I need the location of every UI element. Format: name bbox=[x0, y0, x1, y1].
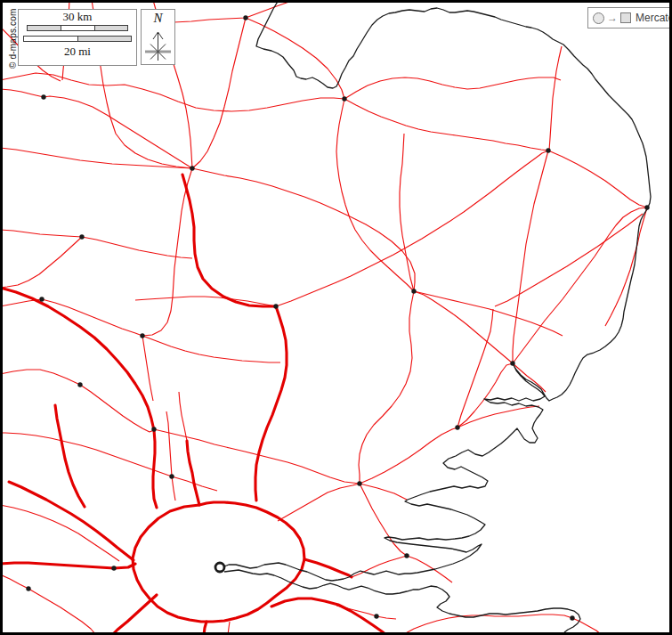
town-dot bbox=[151, 427, 156, 431]
road-path bbox=[336, 99, 414, 291]
road-path bbox=[360, 484, 407, 556]
road-path bbox=[246, 18, 344, 99]
town-dot bbox=[546, 148, 550, 152]
projection-box: → Mercator bbox=[587, 7, 672, 28]
town-dot bbox=[41, 94, 45, 99]
road-path bbox=[414, 291, 563, 336]
road-path bbox=[605, 208, 647, 326]
road-path bbox=[0, 73, 344, 111]
road-path bbox=[414, 291, 513, 363]
motorway-path bbox=[182, 175, 287, 501]
town-dot bbox=[342, 96, 346, 101]
road-path bbox=[0, 230, 192, 258]
scale-mi-seg2 bbox=[77, 37, 131, 41]
road-path bbox=[174, 0, 294, 22]
road-path bbox=[228, 622, 230, 635]
road-path bbox=[513, 208, 647, 363]
compass-icon bbox=[142, 25, 174, 62]
road-path bbox=[344, 99, 548, 151]
scale-km-seg1 bbox=[28, 26, 61, 30]
town-dot bbox=[510, 361, 514, 365]
road-path bbox=[359, 291, 414, 484]
projection-label: Mercator bbox=[634, 12, 672, 24]
town-dot bbox=[243, 15, 247, 20]
road-path bbox=[548, 151, 647, 208]
arrow-right-icon: → bbox=[607, 12, 618, 23]
coastline-path bbox=[224, 570, 580, 632]
road-path bbox=[0, 299, 280, 362]
scale-mi-label: 20 mi bbox=[19, 45, 136, 58]
road-path bbox=[192, 168, 415, 291]
copyright-text: © d-maps.com bbox=[8, 8, 18, 69]
scale-bar-box: 30 km 20 mi bbox=[18, 9, 137, 66]
road-path bbox=[0, 505, 119, 561]
capital-city-marker bbox=[215, 563, 224, 572]
town-dot bbox=[570, 615, 574, 620]
town-dot bbox=[190, 166, 194, 170]
map-canvas bbox=[0, 0, 672, 635]
road-path bbox=[0, 574, 96, 635]
scale-km-label: 30 km bbox=[19, 10, 136, 23]
road-path bbox=[0, 237, 82, 288]
projected-square-icon bbox=[620, 12, 631, 23]
north-label: N bbox=[142, 11, 174, 25]
road-path bbox=[513, 363, 546, 392]
road-path bbox=[278, 363, 513, 521]
road-path bbox=[166, 411, 172, 476]
road-path bbox=[400, 134, 414, 291]
motorway-path bbox=[271, 598, 386, 635]
globe-circle-icon bbox=[593, 12, 604, 24]
town-dot bbox=[79, 234, 84, 239]
coastline-path bbox=[224, 0, 651, 581]
road-path bbox=[344, 77, 561, 99]
scale-mi-seg1 bbox=[24, 37, 77, 41]
motorway-path bbox=[55, 405, 85, 507]
town-dot bbox=[455, 425, 459, 429]
road-path bbox=[179, 392, 187, 441]
road-path bbox=[142, 336, 153, 401]
scale-bar-mi bbox=[23, 36, 132, 42]
north-arrow-box: N bbox=[141, 9, 175, 65]
town-dot bbox=[39, 297, 44, 301]
town-dot bbox=[26, 586, 30, 590]
motorway-path bbox=[187, 441, 199, 505]
town-dot bbox=[404, 553, 409, 558]
motorway-path bbox=[112, 595, 157, 635]
map-page: 30 km 20 mi N → Mercator © d-maps.com bbox=[0, 0, 672, 635]
motorway-path bbox=[9, 482, 134, 560]
road-path bbox=[549, 46, 562, 151]
scale-km-seg2 bbox=[61, 26, 94, 30]
motorway-path bbox=[0, 288, 157, 508]
road-path bbox=[192, 18, 246, 168]
road-path bbox=[0, 148, 192, 168]
road-path bbox=[0, 89, 192, 168]
road-path bbox=[172, 476, 175, 501]
town-dot bbox=[411, 289, 416, 293]
scale-bar-km bbox=[27, 25, 128, 31]
road-path bbox=[495, 214, 643, 306]
motorway-path bbox=[304, 559, 352, 577]
town-dot bbox=[77, 382, 82, 387]
town-dot bbox=[273, 304, 278, 308]
town-dot bbox=[111, 566, 116, 570]
scale-km-seg3 bbox=[94, 26, 127, 30]
town-dot bbox=[644, 205, 649, 209]
road-path bbox=[0, 433, 172, 476]
town-dot bbox=[374, 614, 378, 618]
motorway-path bbox=[204, 622, 206, 635]
town-dot bbox=[169, 474, 174, 478]
town-dot bbox=[140, 333, 144, 338]
road-path bbox=[513, 151, 548, 363]
town-dot bbox=[357, 481, 361, 485]
